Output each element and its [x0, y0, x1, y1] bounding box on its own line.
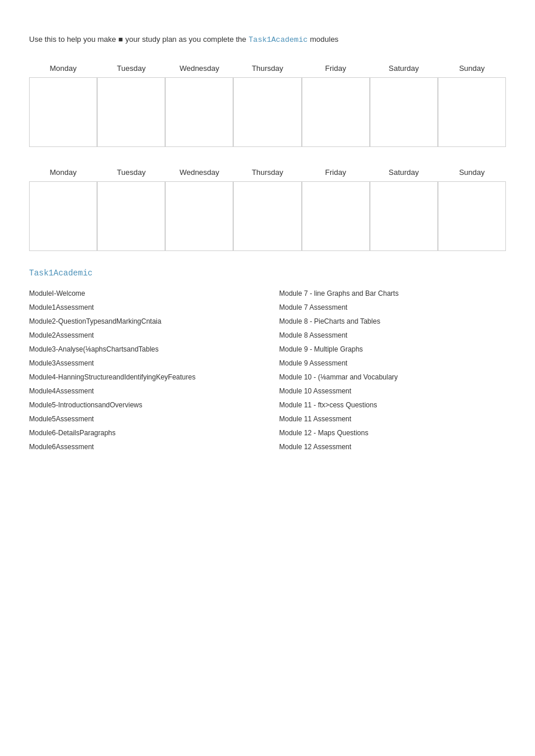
- week2-cell-saturday[interactable]: [370, 181, 438, 251]
- intro-text-after: modules: [310, 35, 338, 44]
- module-right-5[interactable]: Module 9 Assessment: [279, 358, 506, 368]
- task-academic-title[interactable]: Task1Academic: [29, 268, 506, 278]
- week1-day-tuesday: Tuesday: [97, 60, 165, 76]
- module-right-4[interactable]: Module 9 - Multiple Graphs: [279, 344, 506, 354]
- module-left-7[interactable]: Module4Assessment: [29, 386, 256, 396]
- module-left-6[interactable]: Module4-HanningStructureandIdentifyingKe…: [29, 372, 256, 382]
- modules-left-column: ModuleI-WelcomeModule1AssessmentModule2-…: [29, 288, 256, 456]
- week2-cells: [29, 181, 506, 251]
- week2-day-saturday: Saturday: [370, 164, 438, 180]
- modules-right-column: Module 7 - line Graphs and Bar ChartsMod…: [279, 288, 506, 456]
- week2-day-monday: Monday: [29, 164, 97, 180]
- intro-text-before: Use this to help you make: [29, 35, 116, 44]
- week2-day-sunday: Sunday: [438, 164, 506, 180]
- week2-cell-wednesday[interactable]: [165, 181, 233, 251]
- week1-cell-saturday[interactable]: [370, 77, 438, 147]
- week2-section: MondayTuesdayWednesdayThursdayFridaySatu…: [29, 164, 506, 251]
- intro-bullet: ■: [119, 35, 123, 44]
- module-right-3[interactable]: Module 8 Assessment: [279, 330, 506, 341]
- week1-day-monday: Monday: [29, 60, 97, 76]
- module-left-10[interactable]: Module6-DetailsParagraphs: [29, 428, 256, 438]
- module-left-1[interactable]: Module1Assessment: [29, 302, 256, 313]
- week2-cell-friday[interactable]: [302, 181, 370, 251]
- module-right-8[interactable]: Module 11 - ftx>cess Questions: [279, 400, 506, 410]
- week1-cell-monday[interactable]: [29, 77, 97, 147]
- module-right-2[interactable]: Module 8 - PieCharts and Tables: [279, 316, 506, 327]
- week1-day-wednesday: Wednesday: [165, 60, 233, 76]
- module-right-7[interactable]: Module 10 Assessment: [279, 386, 506, 396]
- module-left-3[interactable]: Module2Assessment: [29, 330, 256, 341]
- week2-day-wednesday: Wednesday: [165, 164, 233, 180]
- week1-cell-wednesday[interactable]: [165, 77, 233, 147]
- intro-section: Use this to help you make ■ your study p…: [29, 35, 506, 44]
- week2-cell-tuesday[interactable]: [97, 181, 165, 251]
- module-right-11[interactable]: Module 12 Assessment: [279, 442, 506, 452]
- module-left-9[interactable]: Module5Assessment: [29, 414, 256, 424]
- week2-day-thursday: Thursday: [233, 164, 301, 180]
- module-right-1[interactable]: Module 7 Assessment: [279, 302, 506, 313]
- week1-cell-sunday[interactable]: [438, 77, 506, 147]
- intro-text-middle: your study plan as you complete the: [125, 35, 246, 44]
- week1-cell-thursday[interactable]: [233, 77, 301, 147]
- page: Use this to help you make ■ your study p…: [0, 0, 535, 490]
- modules-container: ModuleI-WelcomeModule1AssessmentModule2-…: [29, 288, 506, 456]
- week1-header: MondayTuesdayWednesdayThursdayFridaySatu…: [29, 60, 506, 76]
- module-left-0[interactable]: ModuleI-Welcome: [29, 288, 256, 299]
- week2-day-friday: Friday: [302, 164, 370, 180]
- module-left-8[interactable]: Module5-IntroductionsandOverviews: [29, 400, 256, 410]
- week2-header: MondayTuesdayWednesdayThursdayFridaySatu…: [29, 164, 506, 180]
- module-left-2[interactable]: Module2-QuestionTypesandMarkingCntaia: [29, 316, 256, 327]
- week1-cells: [29, 77, 506, 147]
- module-left-11[interactable]: Module6Assessment: [29, 442, 256, 452]
- week1-day-thursday: Thursday: [233, 60, 301, 76]
- module-right-10[interactable]: Module 12 - Maps Questions: [279, 428, 506, 438]
- module-right-9[interactable]: Module 11 Assessment: [279, 414, 506, 424]
- module-left-5[interactable]: Module3Assessment: [29, 358, 256, 368]
- week2-day-tuesday: Tuesday: [97, 164, 165, 180]
- week1-day-saturday: Saturday: [370, 60, 438, 76]
- week2-cell-monday[interactable]: [29, 181, 97, 251]
- week1-day-friday: Friday: [302, 60, 370, 76]
- week1-cell-tuesday[interactable]: [97, 77, 165, 147]
- week2-cell-sunday[interactable]: [438, 181, 506, 251]
- week2-cell-thursday[interactable]: [233, 181, 301, 251]
- week1-day-sunday: Sunday: [438, 60, 506, 76]
- module-right-6[interactable]: Module 10 - (⅛ammar and Vocabulary: [279, 372, 506, 382]
- week1-section: MondayTuesdayWednesdayThursdayFridaySatu…: [29, 60, 506, 147]
- task1academic-link[interactable]: Task1Academic: [249, 35, 308, 44]
- week1-cell-friday[interactable]: [302, 77, 370, 147]
- module-right-0[interactable]: Module 7 - line Graphs and Bar Charts: [279, 288, 506, 299]
- module-left-4[interactable]: Module3-Analyse(⅛aphsChartsandTables: [29, 344, 256, 354]
